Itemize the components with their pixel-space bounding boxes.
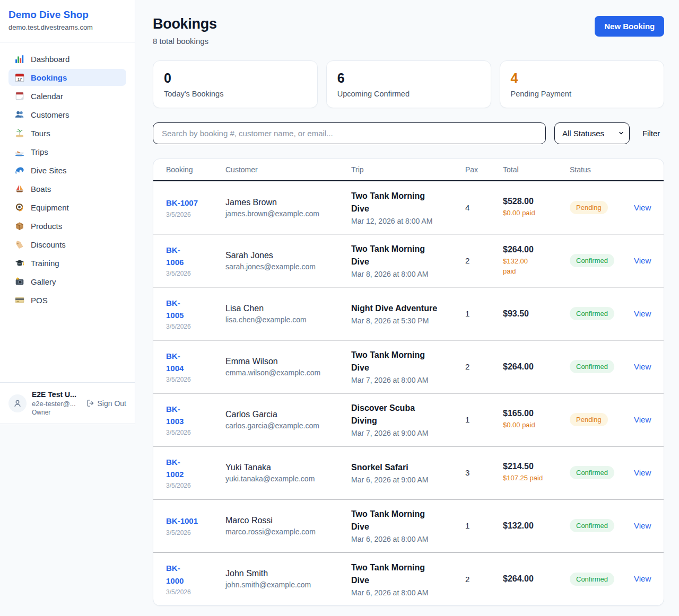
- user-info: E2E Test U... e2e-tester@... Owner: [32, 390, 76, 416]
- view-link[interactable]: View: [634, 415, 651, 424]
- booking-link[interactable]: BK-1007: [166, 197, 198, 209]
- sidebar-item-equipment[interactable]: Equipment: [8, 199, 126, 216]
- sidebar-item-products[interactable]: Products: [8, 217, 126, 234]
- booking-date: 3/5/2026: [166, 211, 225, 218]
- stat-value: 0: [164, 71, 307, 86]
- booking-date: 3/5/2026: [166, 588, 225, 596]
- total-bookings-count: 8 total bookings: [153, 37, 217, 46]
- sidebar-item-dive-sites[interactable]: Dive Sites: [8, 162, 126, 179]
- customer-name: Emma Wilson: [225, 357, 351, 366]
- sidebar-item-gallery[interactable]: Gallery: [8, 273, 126, 290]
- view-link[interactable]: View: [634, 468, 651, 477]
- boats-sailboat-icon: [15, 184, 24, 193]
- sidebar-item-trips[interactable]: Trips: [8, 143, 126, 160]
- trip-name: Two Tank Morning Dive: [351, 190, 442, 215]
- booking-link[interactable]: BK-1005: [166, 297, 190, 322]
- search-input[interactable]: [153, 122, 546, 144]
- customer-name: Carlos Garcia: [225, 410, 351, 419]
- view-link[interactable]: View: [634, 256, 651, 265]
- view-link[interactable]: View: [634, 521, 651, 530]
- total-cell: $93.50: [503, 309, 570, 319]
- view-link[interactable]: View: [634, 574, 651, 583]
- pax-value: 1: [465, 521, 503, 530]
- new-booking-button[interactable]: New Booking: [595, 16, 664, 37]
- total-amount: $264.00: [503, 245, 570, 254]
- paid-amount: $0.00 paid: [503, 208, 570, 218]
- view-link[interactable]: View: [634, 309, 651, 318]
- view-link[interactable]: View: [634, 203, 651, 212]
- column-header-status: Status: [570, 165, 634, 174]
- filter-button[interactable]: Filter: [638, 129, 664, 138]
- sidebar-item-discounts[interactable]: Discounts: [8, 236, 126, 253]
- sidebar-item-calendar[interactable]: Calendar: [8, 87, 126, 104]
- page-header-text: Bookings 8 total bookings: [153, 16, 217, 46]
- training-gradcap-icon: [15, 258, 24, 268]
- sidebar-item-dashboard[interactable]: Dashboard: [8, 50, 126, 67]
- booking-date: 3/5/2026: [166, 270, 225, 277]
- paid-amount: $107.25 paid: [503, 473, 570, 483]
- person-icon: [13, 399, 22, 408]
- sidebar-item-label: Tours: [31, 129, 50, 138]
- booking-link[interactable]: BK-1002: [166, 456, 190, 481]
- total-amount: $264.00: [503, 574, 570, 584]
- sidebar-item-label: Gallery: [31, 277, 56, 286]
- table-row: BK-10073/5/2026James Brownjames.brown@ex…: [153, 181, 664, 234]
- pax-value: 1: [465, 309, 503, 318]
- trip-datetime: Mar 8, 2026 at 8:00 AM: [351, 270, 465, 278]
- customer-email: sarah.jones@example.com: [225, 262, 351, 271]
- customer-cell: Yuki Tanakayuki.tanaka@example.com: [225, 463, 351, 483]
- total-cell: $214.50$107.25 paid: [503, 462, 570, 483]
- sidebar-item-bookings[interactable]: 17Bookings: [8, 69, 126, 86]
- sidebar-nav: Dashboard17BookingsCalendarCustomersTour…: [0, 42, 135, 382]
- user-name: E2E Test U...: [32, 390, 76, 399]
- trip-datetime: Mar 6, 2026 at 8:00 AM: [351, 588, 465, 597]
- booking-link[interactable]: BK-1001: [166, 515, 198, 527]
- trip-datetime: Mar 12, 2026 at 8:00 AM: [351, 217, 465, 225]
- actions-cell: View: [634, 309, 651, 319]
- booking-link[interactable]: BK-1006: [166, 244, 190, 269]
- page-title: Bookings: [153, 16, 217, 32]
- booking-cell: BK-10063/5/2026: [166, 244, 225, 278]
- trip-name: Two Tank Morning Dive: [351, 243, 442, 268]
- trip-cell: Two Tank Morning DiveMar 12, 2026 at 8:0…: [351, 190, 465, 225]
- sign-out-button[interactable]: Sign Out: [86, 399, 126, 408]
- filters-row: All Statuses Filter: [153, 122, 664, 144]
- sidebar-item-label: POS: [31, 296, 48, 305]
- pax-value: 2: [465, 362, 503, 371]
- trip-name: Night Dive Adventure: [351, 302, 465, 315]
- status-badge: Confirmed: [570, 466, 614, 479]
- booking-cell: BK-10073/5/2026: [166, 197, 225, 218]
- customer-cell: John Smithjohn.smith@example.com: [225, 569, 351, 589]
- booking-link[interactable]: BK-1003: [166, 403, 190, 428]
- brand-title: Demo Dive Shop: [8, 9, 126, 21]
- sidebar-item-pos[interactable]: POS: [8, 292, 126, 309]
- avatar: [8, 394, 27, 412]
- table-body: BK-10073/5/2026James Brownjames.brown@ex…: [153, 181, 664, 605]
- pax-value: 1: [465, 415, 503, 424]
- view-link[interactable]: View: [634, 362, 651, 371]
- table-row: BK-10053/5/2026Lisa Chenlisa.chen@exampl…: [153, 287, 664, 340]
- column-header-trip: Trip: [351, 165, 465, 174]
- column-header-total: Total: [503, 165, 570, 174]
- equipment-mask-icon: [15, 203, 24, 212]
- status-cell: Confirmed: [570, 254, 634, 267]
- booking-link[interactable]: BK-1000: [166, 562, 190, 587]
- sidebar-item-boats[interactable]: Boats: [8, 180, 126, 197]
- customer-cell: Carlos Garciacarlos.garcia@example.com: [225, 410, 351, 430]
- sidebar-item-label: Bookings: [31, 73, 67, 82]
- sidebar-item-label: Boats: [31, 184, 51, 193]
- booking-link[interactable]: BK-1004: [166, 350, 190, 375]
- trip-datetime: Mar 6, 2026 at 9:00 AM: [351, 476, 465, 484]
- sidebar-item-customers[interactable]: Customers: [8, 106, 126, 123]
- dive-sites-wave-icon: [15, 165, 24, 175]
- customer-name: James Brown: [225, 198, 351, 207]
- table-row: BK-10043/5/2026Emma Wilsonemma.wilson@ex…: [153, 340, 664, 393]
- stat-card-today-s-bookings: 0Today's Bookings: [153, 60, 318, 108]
- stat-card-pending-payment: 4Pending Payment: [500, 60, 665, 108]
- sidebar-item-training[interactable]: Training: [8, 254, 126, 271]
- trip-name: Snorkel Safari: [351, 461, 465, 474]
- status-filter-select[interactable]: All Statuses: [554, 122, 630, 144]
- sidebar-item-tours[interactable]: Tours: [8, 125, 126, 142]
- customer-name: Sarah Jones: [225, 251, 351, 260]
- stats-row: 0Today's Bookings6Upcoming Confirmed4Pen…: [153, 60, 664, 108]
